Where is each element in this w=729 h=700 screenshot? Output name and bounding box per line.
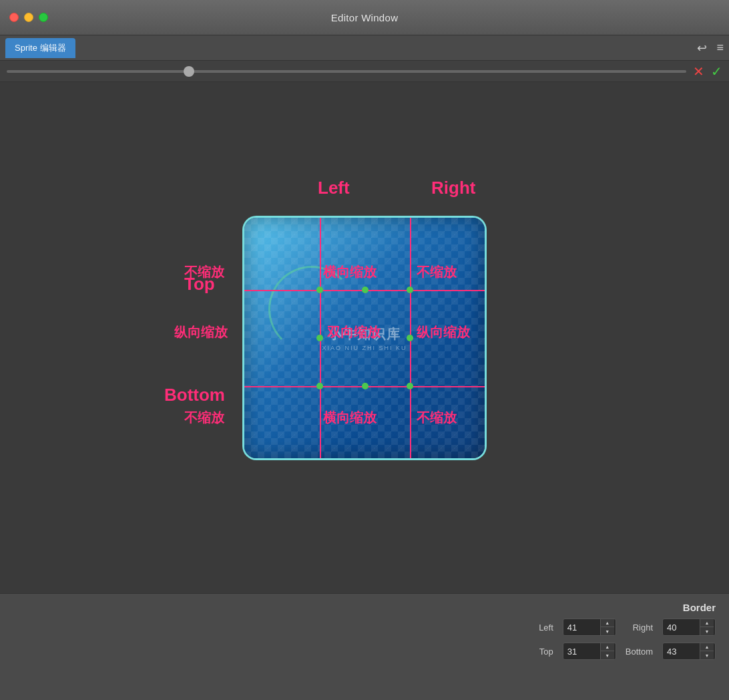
sprite-editor-tab[interactable]: Sprite 编辑器 [5, 38, 75, 58]
arc-decoration [268, 266, 355, 353]
sprite-image-container: 小牛知识库 XIAO NIU ZHI SHI KU [244, 218, 485, 458]
slider-row: ✕ ✓ [0, 61, 729, 82]
left-field-spinner: ▲ ▼ [600, 619, 614, 635]
right-field-input[interactable] [663, 621, 700, 635]
bottom-spin-down[interactable]: ▼ [700, 651, 714, 659]
top-spin-up[interactable]: ▲ [601, 643, 614, 651]
maximize-button[interactable] [39, 13, 48, 22]
right-spin-up[interactable]: ▲ [700, 619, 714, 627]
left-spin-down[interactable]: ▼ [601, 627, 614, 635]
left-field-wrap: ▲ ▼ [563, 619, 616, 636]
top-field-input[interactable] [563, 645, 600, 659]
slider-thumb[interactable] [184, 66, 194, 77]
toolbar-right: ↩ ≡ [697, 41, 724, 55]
right-field-label: Right [626, 623, 653, 633]
confirm-icon[interactable]: ✓ [711, 63, 722, 79]
left-guide-label: Left [318, 178, 350, 198]
guide-dot-right-bot[interactable] [407, 383, 413, 389]
border-fields: Left ▲ ▼ Right ▲ ▼ Top ▲ ▼ Bo [539, 619, 716, 660]
sprite-image: 小牛知识库 XIAO NIU ZHI SHI KU [244, 218, 485, 458]
bottom-field-wrap: ▲ ▼ [662, 643, 716, 660]
sprite-editor-container: Left Right Top Bottom 小牛知识库 XIAO NIU ZHI… [244, 218, 485, 458]
section-bot-left: 不缩放 [184, 409, 224, 427]
bottom-field-label: Bottom [626, 647, 653, 657]
menu-icon[interactable]: ≡ [716, 41, 724, 55]
top-field-wrap: ▲ ▼ [563, 643, 616, 660]
toolbar: Sprite 编辑器 ↩ ≡ [0, 35, 729, 61]
title-bar: Editor Window [0, 0, 729, 35]
right-spin-down[interactable]: ▼ [700, 627, 714, 635]
right-guide-label: Right [431, 178, 475, 198]
guide-dot-left-top[interactable] [316, 287, 323, 293]
right-field-wrap: ▲ ▼ [662, 619, 716, 636]
bottom-field-spinner: ▲ ▼ [700, 643, 714, 659]
traffic-lights [9, 13, 48, 22]
bottom-field-input[interactable] [663, 645, 700, 659]
top-spin-down[interactable]: ▼ [601, 651, 614, 659]
guide-dot-center-top[interactable] [362, 287, 369, 293]
guide-dot-left-mid[interactable] [316, 335, 323, 341]
bottom-spin-up[interactable]: ▲ [700, 643, 714, 651]
border-title: Border [683, 602, 716, 613]
guide-dot-right-mid[interactable] [407, 335, 413, 341]
top-guide-label: Top [184, 274, 215, 295]
window-title: Editor Window [331, 12, 399, 23]
top-field-label: Top [539, 647, 553, 657]
left-spin-up[interactable]: ▲ [601, 619, 614, 627]
top-field-spinner: ▲ ▼ [600, 643, 614, 659]
guide-dot-center-bot[interactable] [362, 383, 369, 389]
slider-track[interactable] [7, 70, 686, 73]
right-field-spinner: ▲ ▼ [700, 619, 714, 635]
left-field-input[interactable] [563, 621, 600, 635]
canvas-area: Left Right Top Bottom 小牛知识库 XIAO NIU ZHI… [0, 82, 729, 593]
undo-icon[interactable]: ↩ [697, 41, 707, 55]
section-mid-left: 纵向缩放 [174, 323, 228, 341]
left-field-label: Left [539, 623, 553, 633]
minimize-button[interactable] [24, 13, 33, 22]
cancel-icon[interactable]: ✕ [693, 63, 704, 79]
guide-dot-left-bot[interactable] [316, 383, 323, 389]
guide-dot-right-top[interactable] [407, 287, 413, 293]
close-button[interactable] [9, 13, 19, 22]
bottom-guide-label: Bottom [164, 385, 225, 405]
bottom-panel: Border Left ▲ ▼ Right ▲ ▼ Top ▲ ▼ [0, 593, 729, 700]
